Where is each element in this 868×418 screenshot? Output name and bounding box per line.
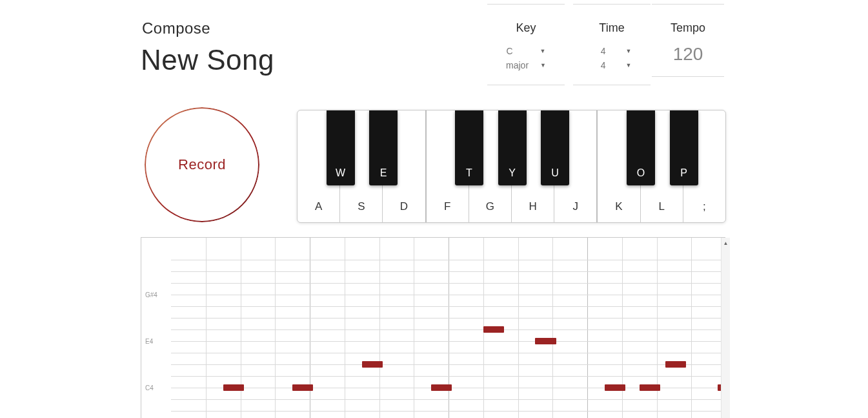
pitch-label: G#4: [145, 291, 157, 298]
pitch-line: [171, 318, 725, 319]
beat-line: [275, 238, 276, 418]
note[interactable]: [535, 338, 556, 344]
scroll-up-icon[interactable]: ▲: [722, 238, 730, 248]
beat-line: [241, 238, 241, 418]
time-panel: Time 4 ▼ 4 ▼: [573, 4, 651, 85]
pitch-line: [171, 260, 725, 260]
chevron-down-icon[interactable]: ▼: [626, 61, 632, 70]
record-label: Record: [178, 156, 226, 173]
pitch-label: C4: [145, 384, 154, 392]
tempo-value[interactable]: 120: [652, 44, 724, 65]
black-key[interactable]: W: [327, 110, 355, 185]
time-den-value: 4: [592, 58, 614, 72]
record-button[interactable]: Record: [145, 107, 259, 222]
beat-line: [587, 238, 588, 418]
pitch-line: [171, 295, 725, 295]
black-key[interactable]: T: [455, 110, 483, 185]
tempo-heading: Tempo: [652, 21, 724, 35]
note[interactable]: [292, 384, 313, 391]
piano-roll[interactable]: G#4E4C4G#3: [141, 237, 725, 418]
pitch-line: [171, 376, 725, 377]
pitch-line: [171, 283, 725, 284]
note[interactable]: [605, 384, 625, 391]
note[interactable]: [223, 384, 244, 391]
beat-line: [206, 238, 207, 418]
pitch-label: E4: [145, 338, 153, 345]
note[interactable]: [362, 361, 383, 368]
black-key[interactable]: Y: [498, 110, 527, 185]
pitch-line: [171, 364, 725, 365]
pitch-line: [171, 271, 725, 272]
key-root-value: C: [507, 44, 529, 58]
black-key[interactable]: U: [541, 110, 569, 185]
pitch-line: [171, 329, 725, 330]
black-key[interactable]: O: [627, 110, 655, 185]
pitch-line: [171, 399, 725, 400]
beat-line: [345, 238, 345, 418]
time-den-select[interactable]: 4 ▼: [573, 58, 651, 72]
chevron-down-icon[interactable]: ▼: [626, 47, 632, 56]
key-mode-select[interactable]: major ▼: [487, 58, 565, 72]
beat-line: [379, 238, 380, 418]
note[interactable]: [665, 361, 686, 368]
chevron-down-icon[interactable]: ▼: [540, 47, 546, 56]
time-num-select[interactable]: 4 ▼: [573, 44, 651, 58]
keyboard: ASDFGHJKL; WETYUOP: [297, 110, 726, 223]
pitch-line: [171, 341, 725, 342]
beat-line: [622, 238, 623, 418]
key-panel: Key C ▼ major ▼: [487, 4, 565, 85]
beat-line: [310, 238, 310, 418]
beat-line: [691, 238, 692, 418]
song-title[interactable]: New Song: [141, 44, 274, 76]
pitch-line: [171, 306, 725, 307]
time-heading: Time: [573, 21, 651, 35]
pitch-line: [171, 411, 725, 412]
roll-scrollbar[interactable]: ▲: [721, 238, 730, 418]
black-key[interactable]: P: [670, 110, 698, 185]
note[interactable]: [640, 384, 660, 391]
beat-line: [657, 238, 658, 418]
pitch-line: [171, 353, 725, 353]
key-root-select[interactable]: C ▼: [487, 44, 565, 58]
tempo-panel: Tempo 120: [652, 4, 724, 77]
black-key[interactable]: E: [369, 110, 398, 185]
beat-line: [518, 238, 519, 418]
time-num-value: 4: [592, 44, 614, 58]
beat-line: [552, 238, 553, 418]
key-heading: Key: [487, 21, 565, 35]
note[interactable]: [431, 384, 452, 391]
chevron-down-icon[interactable]: ▼: [540, 61, 546, 70]
beat-line: [449, 238, 449, 418]
compose-label: Compose: [142, 19, 210, 37]
note[interactable]: [483, 326, 504, 333]
key-mode-value: major: [506, 58, 529, 72]
beat-line: [414, 238, 414, 418]
